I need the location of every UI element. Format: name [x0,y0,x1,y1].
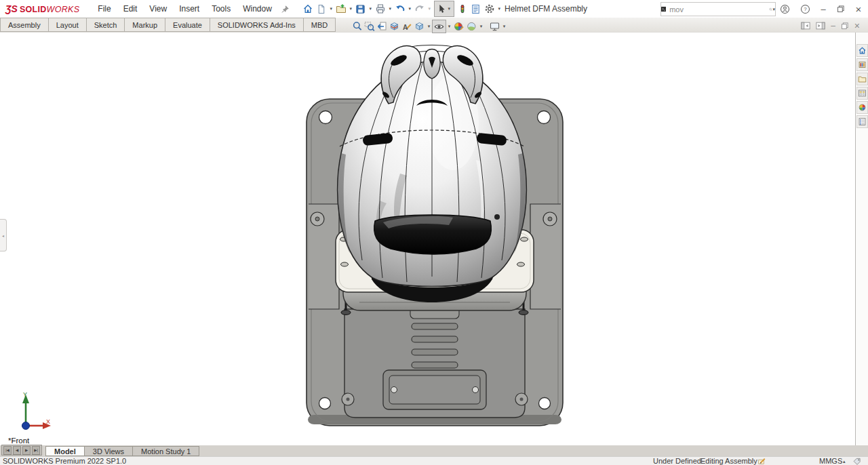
design-library-icon[interactable] [856,58,868,71]
tab-motion-study-1[interactable]: Motion Study 1 [132,446,199,456]
apply-scene-icon[interactable] [465,20,478,33]
doc-minimize-icon[interactable]: – [831,21,835,31]
redo-dropdown-icon[interactable]: ▾ [427,6,433,12]
tab-markup[interactable]: Markup [124,18,165,32]
logo-light: WORKS [47,5,80,14]
apply-scene-dropdown-icon[interactable]: ▾ [478,24,484,29]
zoom-to-area-icon[interactable] [363,20,376,33]
heads-up-view-toolbar: A ▾ ▾ ▾ ▾ [351,20,507,33]
help-icon[interactable]: ? [797,0,812,18]
editing-mode-label: Editing Assembly [701,457,757,465]
home-icon[interactable] [301,2,315,16]
menu-window[interactable]: Window [237,1,278,16]
tab-sketch[interactable]: Sketch [86,18,125,32]
appearances-scenes-icon[interactable] [856,101,868,114]
minimize-icon[interactable]: – [815,0,831,18]
search-dropdown-icon[interactable]: ▾ [772,7,775,12]
last-page-icon[interactable]: ▶| [32,446,40,455]
search-box[interactable]: ▾ [660,2,776,16]
hide-show-dropdown-icon[interactable]: ▾ [446,24,452,29]
menu-insert[interactable]: Insert [173,1,205,16]
tab-solidworks-add-ins[interactable]: SOLIDWORKS Add-Ins [210,18,304,32]
view-orientation-label: *Front [8,437,29,445]
tab-scroll-buttons: |◀ ◀ ▶ ▶| [1,445,42,456]
save-icon[interactable] [354,2,368,16]
menu-tools[interactable]: Tools [205,1,237,16]
logo-bold: SOLID [20,5,47,14]
helmet-assembly-model[interactable] [298,38,570,431]
next-page-icon[interactable]: ▶ [22,446,31,455]
hide-show-items-icon[interactable] [432,20,446,33]
user-account-icon[interactable] [777,0,792,18]
menu-file[interactable]: File [92,1,117,16]
new-document-icon[interactable] [315,2,328,16]
display-style-icon[interactable] [413,20,426,33]
custom-properties-icon[interactable] [856,115,868,128]
previous-page-icon[interactable]: ◀ [13,446,21,455]
svg-text:?: ? [804,6,807,12]
menu-bar: File Edit View Insert Tools Window [92,1,278,16]
previous-view-icon[interactable] [376,20,388,33]
view-settings-icon[interactable] [488,20,501,33]
triad-y-label: Y [23,391,27,398]
section-view-icon[interactable] [388,20,401,33]
options-dropdown-icon[interactable]: ▾ [496,6,502,12]
product-version-label: SOLIDWORKS Premium 2022 SP1.0 [3,457,126,465]
redo-icon[interactable] [413,2,427,16]
solidworks-window: ƷS SOLID WORKS File Edit View Insert Too… [0,0,868,465]
tags-icon[interactable] [853,458,861,465]
doc-restore-icon[interactable] [841,22,849,30]
tab-layout[interactable]: Layout [48,18,87,32]
feature-tree-collapse-tab[interactable]: ◂ [0,219,7,251]
triad-x-label: X [46,418,50,425]
view-palette-icon[interactable] [856,87,868,100]
tab-model[interactable]: Model [45,446,85,456]
pane-left-icon[interactable] [801,22,810,30]
document-tab-bar: |◀ ◀ ▶ ▶| Model 3D Views Motion Study 1 [0,445,868,456]
task-pane [855,33,868,446]
edit-appearance-icon[interactable] [452,20,465,33]
file-properties-icon[interactable] [469,2,483,16]
pane-right-icon[interactable] [816,22,825,30]
print-dropdown-icon[interactable]: ▾ [387,6,393,12]
open-icon[interactable] [334,2,348,16]
view-settings-dropdown-icon[interactable]: ▾ [501,24,507,29]
document-title: Helmet DFM Assembly [505,4,587,14]
tab-mbd[interactable]: MBD [303,18,336,32]
new-dropdown-icon[interactable]: ▾ [328,6,334,12]
display-style-dropdown-icon[interactable]: ▾ [426,24,432,29]
restore-icon[interactable] [833,0,849,18]
status-bar: SOLIDWORKS Premium 2022 SP1.0 Under Defi… [0,456,868,465]
graphics-area[interactable]: ◂ [0,32,868,446]
tab-assembly[interactable]: Assembly [0,18,49,32]
close-icon[interactable]: × [850,0,867,18]
triad-z-origin [22,422,30,430]
rebuild-icon[interactable] [456,2,469,16]
undo-icon[interactable] [393,2,407,16]
undo-dropdown-icon[interactable]: ▾ [407,6,413,12]
svg-text:A: A [403,24,408,31]
first-page-icon[interactable]: |◀ [3,446,12,455]
file-explorer-icon[interactable] [856,73,868,85]
doc-close-icon[interactable]: × [854,20,860,31]
zoom-to-fit-icon[interactable] [351,20,363,33]
units-dropdown-icon[interactable]: ▴ [843,457,846,465]
units-selector[interactable]: MMGS [819,457,842,465]
menu-edit[interactable]: Edit [117,1,144,16]
search-input[interactable] [666,5,769,14]
search-commands-icon [661,3,666,16]
tab-evaluate[interactable]: Evaluate [165,18,210,32]
save-dropdown-icon[interactable]: ▾ [368,6,374,12]
menu-view[interactable]: View [143,1,173,16]
tab-3d-views[interactable]: 3D Views [84,446,133,456]
print-icon[interactable] [374,2,387,16]
select-dropdown-icon[interactable]: ▾ [446,6,452,12]
select-tool-pressed[interactable]: ▾ [434,1,454,17]
solidworks-resources-icon[interactable] [856,44,868,57]
options-gear-icon[interactable] [483,2,496,16]
open-dropdown-icon[interactable]: ▾ [348,6,354,12]
dynamic-annotation-views-icon[interactable]: A [401,20,413,33]
select-cursor-icon [436,4,446,14]
pin-icon[interactable] [279,3,292,15]
helmet-shell[interactable] [338,45,527,303]
